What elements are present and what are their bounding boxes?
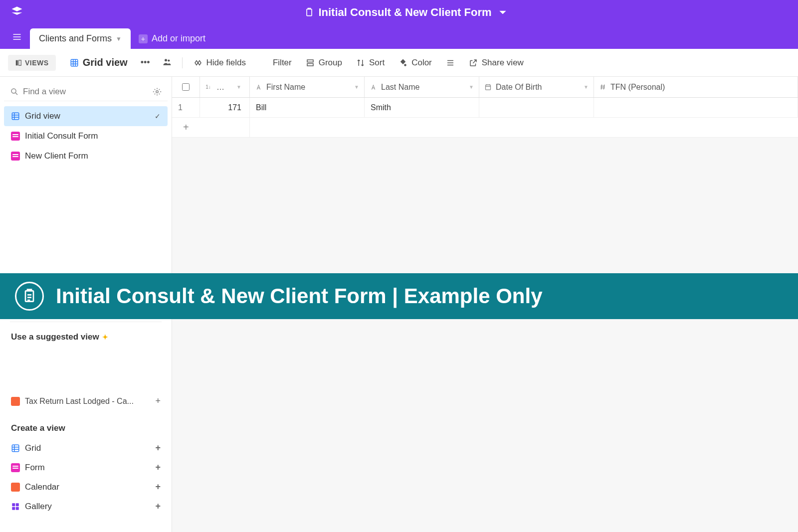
sort-icon: [356, 58, 365, 67]
col-label: …: [216, 83, 224, 92]
share-view-button[interactable]: Share view: [463, 55, 530, 71]
base-title-button[interactable]: Initial Consult & New Client Form: [24, 6, 788, 19]
color-button[interactable]: Color: [393, 55, 438, 71]
calendar-icon: [11, 397, 20, 406]
col-header-last-name[interactable]: Last Name ▼: [365, 77, 479, 97]
plus-icon: +: [155, 501, 161, 512]
views-toggle-button[interactable]: VIEWS: [8, 55, 56, 71]
col-header-dob[interactable]: Date Of Birth ▼: [479, 77, 594, 97]
svg-point-8: [404, 64, 406, 66]
hash-icon: [599, 83, 606, 91]
date-icon: [484, 83, 492, 91]
gallery-icon: [11, 502, 20, 511]
sidebar-view-grid-view[interactable]: Grid view ✓: [4, 106, 168, 126]
chevron-down-icon: ▼: [584, 84, 589, 90]
create-calendar-button[interactable]: Calendar +: [10, 477, 162, 497]
view-label: Initial Consult Form: [25, 131, 98, 141]
suggested-label: Tax Return Last Lodged - Ca...: [25, 397, 134, 406]
create-gallery-button[interactable]: Gallery +: [10, 497, 162, 516]
svg-rect-11: [12, 113, 19, 120]
calendar-icon: [11, 483, 20, 492]
overlay-banner: Initial Consult & New Client Form | Exam…: [0, 273, 798, 319]
grid-header-row: 1↓ … ▼ First Name ▼ Last Name ▼ Date Of …: [172, 77, 798, 98]
svg-point-5: [168, 59, 170, 61]
current-view-button[interactable]: Grid view: [64, 54, 134, 71]
chevron-down-icon: ▼: [469, 84, 474, 90]
svg-point-9: [11, 89, 16, 93]
svg-text:1↓: 1↓: [205, 84, 211, 90]
svg-rect-7: [307, 63, 313, 66]
svg-rect-3: [71, 59, 78, 66]
search-icon: [10, 87, 19, 96]
clipboard-circle-icon: [15, 282, 44, 311]
gear-icon[interactable]: [153, 87, 162, 96]
create-grid-button[interactable]: Grid +: [10, 438, 162, 458]
hide-icon: [194, 58, 202, 67]
sort-button[interactable]: Sort: [350, 55, 391, 71]
view-label: Grid view: [25, 111, 60, 121]
current-view-label: Grid view: [83, 57, 128, 68]
col-header-first-name[interactable]: First Name ▼: [250, 77, 365, 97]
sidebar-view-new-client[interactable]: New Client Form: [4, 146, 168, 166]
add-import-label: Add or import: [152, 33, 205, 44]
filter-button[interactable]: Filter: [254, 55, 298, 71]
select-all-header[interactable]: [172, 77, 200, 97]
group-icon: [306, 58, 315, 67]
filter-icon: [260, 58, 269, 67]
svg-rect-0: [307, 9, 312, 15]
col-label: Date Of Birth: [496, 83, 542, 92]
create-title: Create a view: [10, 418, 162, 438]
cell-first-name[interactable]: Bill: [250, 98, 365, 117]
chevron-down-icon: [498, 7, 508, 17]
table-row[interactable]: 1 171 Bill Smith: [172, 98, 798, 118]
chevron-down-icon: ▼: [236, 84, 241, 90]
search-input[interactable]: [23, 87, 149, 97]
create-label: Calendar: [25, 482, 59, 492]
share-label: Share view: [482, 58, 524, 68]
svg-rect-15: [12, 507, 15, 510]
sidebar-view-initial-consult[interactable]: Initial Consult Form: [4, 126, 168, 146]
sparkle-icon: ✦: [102, 333, 108, 341]
base-title: Initial Consult & New Client Form: [318, 6, 491, 19]
chevron-down-icon: ▼: [354, 84, 359, 90]
svg-rect-6: [307, 60, 313, 62]
table-tabs: Clients and Forms ▼ + Add or import: [0, 25, 798, 49]
check-icon: ✓: [155, 112, 161, 120]
create-form-button[interactable]: Form +: [10, 458, 162, 477]
autonumber-icon: 1↓: [205, 83, 212, 91]
plus-icon: +: [155, 462, 161, 473]
create-view-section: Create a view Grid + Form + Calendar + G…: [4, 414, 168, 526]
color-label: Color: [411, 58, 432, 68]
col-header-id[interactable]: 1↓ … ▼: [200, 77, 250, 97]
view-options-button[interactable]: •••: [136, 54, 155, 71]
select-all-checkbox[interactable]: [182, 83, 190, 91]
cell-id[interactable]: 171: [200, 98, 250, 117]
grid-icon: [70, 58, 79, 67]
banner-text: Initial Consult & New Client Form | Exam…: [56, 284, 543, 308]
menu-button[interactable]: [8, 28, 26, 46]
add-row[interactable]: +: [172, 118, 798, 138]
svg-rect-2: [19, 60, 21, 65]
row-height-button[interactable]: [440, 55, 461, 70]
svg-point-10: [156, 91, 159, 93]
cell-last-name[interactable]: Smith: [365, 98, 479, 117]
hide-fields-button[interactable]: Hide fields: [188, 55, 252, 71]
tab-clients-and-forms[interactable]: Clients and Forms ▼: [30, 28, 131, 49]
collaborators-button[interactable]: [157, 54, 177, 72]
group-button[interactable]: Group: [300, 55, 348, 71]
form-icon: [11, 132, 20, 141]
svg-rect-1: [16, 60, 18, 65]
sort-label: Sort: [369, 58, 385, 68]
group-label: Group: [319, 58, 342, 68]
color-icon: [399, 58, 407, 67]
cell-dob[interactable]: [479, 98, 594, 117]
view-label: New Client Form: [25, 151, 88, 161]
plus-icon: +: [172, 118, 250, 137]
suggested-view-item[interactable]: Tax Return Last Lodged - Ca... +: [10, 392, 162, 410]
tab-label: Clients and Forms: [39, 33, 112, 44]
clipboard-icon: [304, 7, 314, 17]
col-header-tfn[interactable]: TFN (Personal): [594, 77, 798, 97]
add-or-import-button[interactable]: + Add or import: [139, 33, 205, 44]
cell-tfn[interactable]: [594, 98, 798, 117]
svg-point-4: [165, 59, 167, 61]
